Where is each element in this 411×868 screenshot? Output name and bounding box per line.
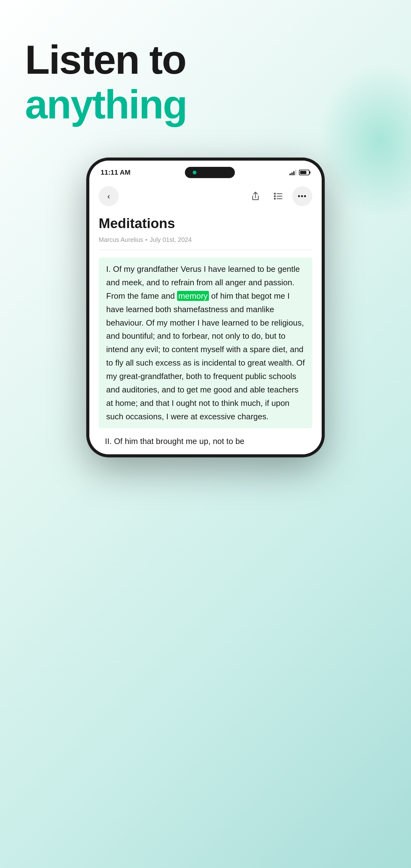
more-button[interactable]: •••	[292, 186, 312, 206]
book-author: Marcus Aurelius	[99, 236, 143, 243]
status-notch	[185, 167, 235, 178]
share-icon	[251, 191, 259, 201]
share-button[interactable]	[247, 188, 263, 204]
highlighted-text-block: I. Of my grandfather Verus I have learne…	[99, 257, 312, 428]
paragraph-1-end: of him that begot me I have learned both…	[106, 291, 305, 421]
battery-fill	[300, 171, 306, 174]
hero-title-line2: anything	[25, 82, 386, 127]
more-dots-icon: •••	[297, 192, 307, 200]
status-bar: 11:11 AM	[89, 161, 322, 181]
book-title: Meditations	[99, 216, 312, 231]
hero-title: Listen to anything	[25, 37, 386, 127]
back-button[interactable]: ‹	[99, 186, 119, 206]
status-icons	[289, 170, 310, 175]
battery-container	[299, 170, 310, 175]
signal-bar-3	[293, 171, 294, 175]
book-content: Meditations Marcus Aurelius July 01st, 2…	[89, 213, 322, 454]
battery-outline	[299, 170, 310, 175]
highlighted-word-memory: memory	[177, 291, 209, 301]
hero-section: Listen to anything	[0, 0, 411, 146]
svg-point-0	[274, 193, 276, 195]
signal-bar-4	[295, 170, 296, 175]
content-divider	[99, 250, 312, 250]
nav-right-icons: •••	[247, 186, 312, 206]
phone-frame: 11:11 AM	[87, 158, 324, 457]
svg-point-1	[274, 195, 276, 197]
notch-bar	[199, 171, 227, 174]
signal-icon	[289, 170, 296, 175]
phone-mockup-container: 11:11 AM	[0, 146, 411, 457]
paragraph-2: II. Of him that brought me up, not to be	[99, 435, 312, 448]
back-arrow-icon: ‹	[107, 191, 110, 201]
book-date: July 01st, 2024	[150, 236, 192, 243]
notch-camera-dot	[193, 170, 196, 174]
list-button[interactable]	[270, 188, 286, 204]
nav-bar: ‹	[89, 181, 322, 213]
phone-screen: 11:11 AM	[89, 161, 322, 454]
book-meta-dot	[146, 239, 147, 241]
hero-title-line1: Listen to	[25, 37, 386, 82]
signal-bar-1	[289, 174, 291, 175]
signal-bar-2	[291, 173, 293, 175]
svg-point-2	[274, 198, 276, 200]
status-time: 11:11 AM	[101, 168, 131, 177]
list-icon	[274, 192, 282, 200]
book-meta: Marcus Aurelius July 01st, 2024	[99, 236, 312, 243]
